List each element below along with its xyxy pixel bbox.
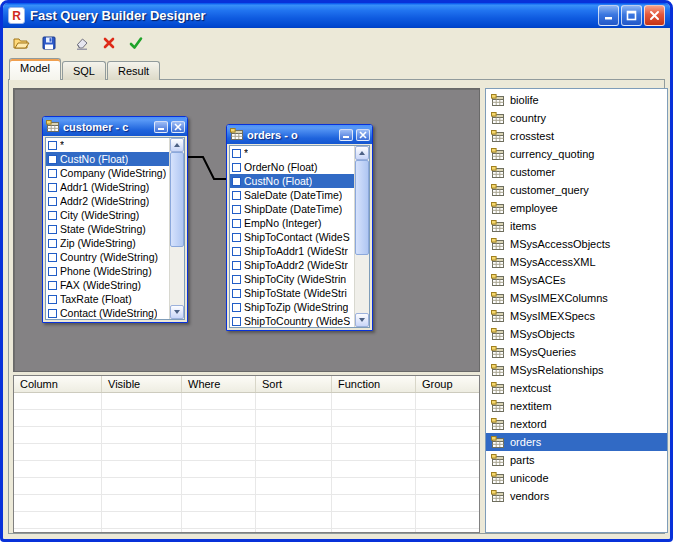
scrollbar-track[interactable] — [355, 160, 369, 313]
grid-column[interactable] — [256, 393, 332, 532]
save-button[interactable] — [36, 31, 61, 55]
field-row[interactable]: Contact (WideString) — [46, 306, 169, 319]
scroll-down-button[interactable] — [170, 305, 184, 319]
field-checkbox[interactable] — [48, 267, 57, 276]
table-list-item[interactable]: unicode — [486, 469, 667, 487]
field-checkbox[interactable] — [48, 197, 57, 206]
scroll-down-button[interactable] — [355, 313, 369, 327]
field-checkbox[interactable] — [232, 317, 241, 326]
field-row[interactable]: ShipToAddr2 (WideStr — [230, 258, 354, 272]
table-list-item[interactable]: nextitem — [486, 397, 667, 415]
field-checkbox[interactable] — [232, 275, 241, 284]
scrollbar-thumb[interactable] — [170, 152, 184, 247]
table-window-customer[interactable]: customer - c * — [42, 116, 188, 323]
tab[interactable]: SQL — [62, 61, 106, 80]
field-checkbox[interactable] — [48, 155, 57, 164]
field-row[interactable]: EmpNo (Integer) — [230, 216, 354, 230]
grid-column-header[interactable]: Function — [332, 376, 416, 392]
grid-column[interactable] — [102, 393, 182, 532]
open-button[interactable] — [9, 31, 34, 55]
field-checkbox[interactable] — [48, 169, 57, 178]
table-minimize-button[interactable] — [339, 129, 353, 141]
field-row[interactable]: Country (WideString) — [46, 250, 169, 264]
table-list-item[interactable]: MSysAccessObjects — [486, 235, 667, 253]
grid-column-header[interactable]: Where — [182, 376, 256, 392]
field-checkbox[interactable] — [232, 219, 241, 228]
scroll-up-button[interactable] — [355, 146, 369, 160]
field-checkbox[interactable] — [48, 183, 57, 192]
grid-column-header[interactable]: Sort — [256, 376, 332, 392]
field-checkbox[interactable] — [232, 233, 241, 242]
field-checkbox[interactable] — [48, 239, 57, 248]
field-checkbox[interactable] — [232, 163, 241, 172]
scrollbar-thumb[interactable] — [355, 160, 369, 255]
table-list-item[interactable]: customer_query — [486, 181, 667, 199]
tab[interactable]: Result — [107, 61, 160, 80]
field-row[interactable]: * — [230, 146, 354, 160]
field-checkbox[interactable] — [232, 261, 241, 270]
vertical-scrollbar[interactable] — [354, 146, 369, 327]
field-checkbox[interactable] — [232, 247, 241, 256]
field-row[interactable]: TaxRate (Float) — [46, 292, 169, 306]
field-checkbox[interactable] — [48, 141, 57, 150]
field-row[interactable]: Phone (WideString) — [46, 264, 169, 278]
table-window-customer-titlebar[interactable]: customer - c — [43, 117, 187, 136]
table-list-item[interactable]: items — [486, 217, 667, 235]
field-row[interactable]: CustNo (Float) — [46, 152, 169, 166]
grid-column[interactable] — [182, 393, 256, 532]
table-list-item[interactable]: MSysAccessXML — [486, 253, 667, 271]
table-list-item[interactable]: MSysObjects — [486, 325, 667, 343]
minimize-button[interactable] — [598, 5, 619, 26]
field-row[interactable]: ShipToCity (WideStrin — [230, 272, 354, 286]
grid-column[interactable] — [416, 393, 479, 532]
field-row[interactable]: ShipToCountry (WideS — [230, 314, 354, 327]
table-window-orders[interactable]: orders - o * — [226, 124, 373, 331]
field-row[interactable]: ShipToZip (WideString — [230, 300, 354, 314]
field-checkbox[interactable] — [48, 281, 57, 290]
field-checkbox[interactable] — [48, 253, 57, 262]
table-close-button[interactable] — [356, 129, 370, 141]
cancel-button[interactable] — [96, 31, 121, 55]
field-row[interactable]: State (WideString) — [46, 222, 169, 236]
field-checkbox[interactable] — [48, 309, 57, 318]
field-checkbox[interactable] — [232, 191, 241, 200]
table-list-item[interactable]: crosstest — [486, 127, 667, 145]
table-list-item[interactable]: MSysQueries — [486, 343, 667, 361]
field-checkbox[interactable] — [232, 177, 241, 186]
design-area[interactable]: customer - c * — [13, 88, 480, 372]
table-close-button[interactable] — [171, 121, 185, 133]
field-checkbox[interactable] — [232, 289, 241, 298]
table-list-item[interactable]: orders — [486, 433, 667, 451]
field-row[interactable]: ShipDate (DateTime) — [230, 202, 354, 216]
vertical-scrollbar[interactable] — [169, 138, 184, 319]
field-checkbox[interactable] — [232, 149, 241, 158]
table-list-item[interactable]: currency_quoting — [486, 145, 667, 163]
field-row[interactable]: Addr2 (WideString) — [46, 194, 169, 208]
scroll-up-button[interactable] — [170, 138, 184, 152]
tab[interactable]: Model — [9, 58, 61, 80]
table-list-item[interactable]: MSysRelationships — [486, 361, 667, 379]
field-row[interactable]: * — [46, 138, 169, 152]
field-row[interactable]: Addr1 (WideString) — [46, 180, 169, 194]
field-row[interactable]: SaleDate (DateTime) — [230, 188, 354, 202]
table-list-item[interactable]: employee — [486, 199, 667, 217]
grid-body[interactable] — [14, 393, 479, 532]
field-row[interactable]: ShipToAddr1 (WideStr — [230, 244, 354, 258]
field-row[interactable]: CustNo (Float) — [230, 174, 354, 188]
grid-column[interactable] — [14, 393, 102, 532]
table-list-item[interactable]: parts — [486, 451, 667, 469]
field-checkbox[interactable] — [232, 205, 241, 214]
grid-column-header[interactable]: Column — [14, 376, 102, 392]
field-row[interactable]: Company (WideString) — [46, 166, 169, 180]
table-window-orders-titlebar[interactable]: orders - o — [227, 125, 372, 144]
field-row[interactable]: ShipToState (WideStri — [230, 286, 354, 300]
apply-button[interactable] — [123, 31, 148, 55]
table-list-item[interactable]: MSysIMEXColumns — [486, 289, 667, 307]
close-button[interactable] — [644, 5, 665, 26]
field-row[interactable]: ShipToContact (WideS — [230, 230, 354, 244]
clear-button[interactable] — [69, 31, 94, 55]
maximize-button[interactable] — [621, 5, 642, 26]
field-checkbox[interactable] — [232, 303, 241, 312]
field-row[interactable]: OrderNo (Float) — [230, 160, 354, 174]
field-row[interactable]: City (WideString) — [46, 208, 169, 222]
